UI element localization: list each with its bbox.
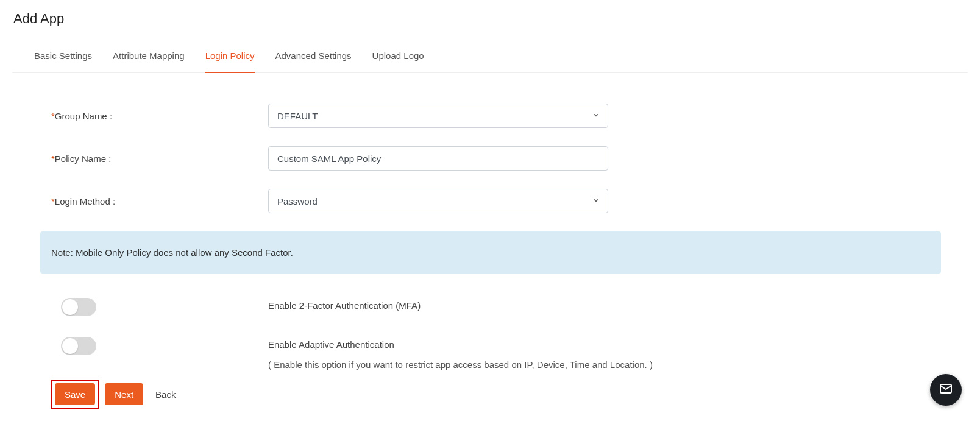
form-area: *Group Name : DEFAULT *Policy Name : *Lo… xyxy=(0,73,980,409)
tab-login-policy[interactable]: Login Policy xyxy=(205,38,255,73)
tab-attribute-mapping[interactable]: Attribute Mapping xyxy=(113,38,185,73)
label-group-name-text: Group Name : xyxy=(55,111,112,121)
save-button[interactable]: Save xyxy=(55,383,95,405)
toggle-mfa[interactable] xyxy=(61,298,96,316)
select-login-method[interactable]: Password xyxy=(268,189,608,213)
label-adaptive-sub: ( Enable this option if you want to rest… xyxy=(268,359,653,370)
mail-icon xyxy=(939,381,953,398)
input-policy-name[interactable] xyxy=(268,146,608,171)
row-group-name: *Group Name : DEFAULT xyxy=(12,104,968,128)
label-group-name: *Group Name : xyxy=(12,111,268,121)
toggle-knob xyxy=(62,338,78,354)
page-title: Add App xyxy=(0,0,980,38)
next-button[interactable]: Next xyxy=(105,383,143,405)
tab-basic-settings[interactable]: Basic Settings xyxy=(34,38,92,73)
tab-upload-logo[interactable]: Upload Logo xyxy=(372,38,424,73)
row-adaptive: Enable Adaptive Authentication ( Enable … xyxy=(12,337,968,370)
label-policy-name-text: Policy Name : xyxy=(55,154,112,164)
select-group-name-value: DEFAULT xyxy=(268,104,608,128)
label-adaptive: Enable Adaptive Authentication xyxy=(268,337,653,350)
toggle-adaptive[interactable] xyxy=(61,337,96,355)
tabs-bar: Basic Settings Attribute Mapping Login P… xyxy=(12,38,968,73)
select-group-name[interactable]: DEFAULT xyxy=(268,104,608,128)
note-box: Note: Mobile Only Policy does not allow … xyxy=(40,231,941,274)
row-policy-name: *Policy Name : xyxy=(12,146,968,171)
back-button[interactable]: Back xyxy=(149,383,182,405)
toggle-knob xyxy=(62,299,78,315)
tab-advanced-settings[interactable]: Advanced Settings xyxy=(275,38,352,73)
select-login-method-value: Password xyxy=(268,189,608,213)
save-highlight-box: Save xyxy=(51,380,99,409)
row-mfa: Enable 2-Factor Authentication (MFA) xyxy=(12,298,968,316)
chat-fab[interactable] xyxy=(930,374,962,406)
label-login-method-text: Login Method : xyxy=(55,196,115,207)
label-mfa: Enable 2-Factor Authentication (MFA) xyxy=(268,298,421,311)
label-login-method: *Login Method : xyxy=(12,196,268,207)
actions-row: Save Next Back xyxy=(12,380,968,409)
label-policy-name: *Policy Name : xyxy=(12,154,268,164)
row-login-method: *Login Method : Password xyxy=(12,189,968,213)
